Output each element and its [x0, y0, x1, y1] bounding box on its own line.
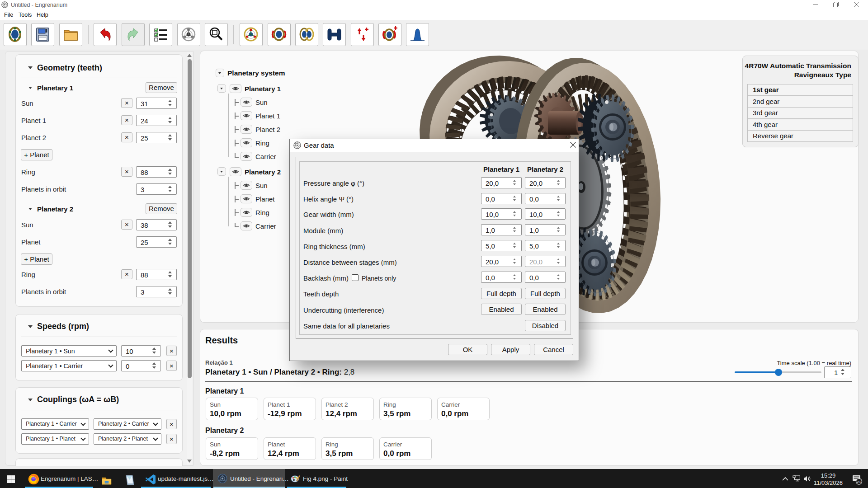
svg-text:21: 21	[857, 480, 861, 484]
